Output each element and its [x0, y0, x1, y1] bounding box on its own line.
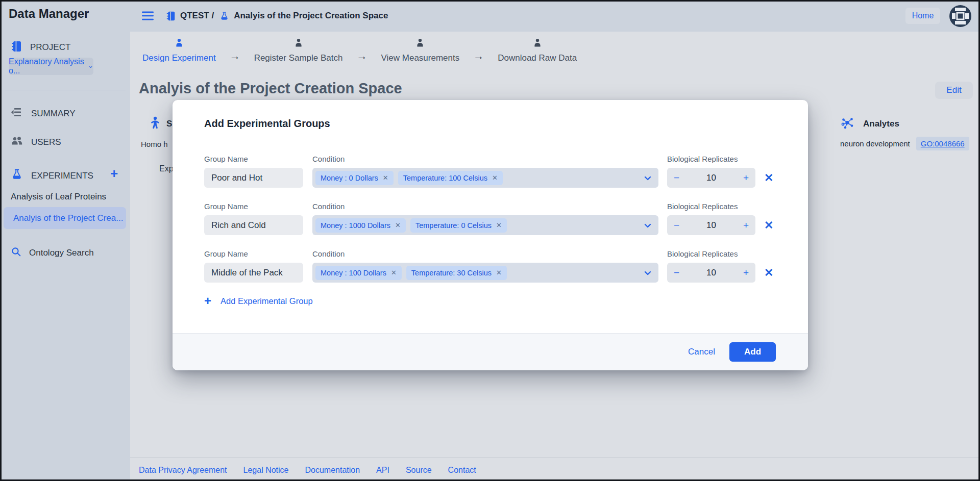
home-button[interactable]: Home	[905, 8, 940, 24]
minus-button[interactable]: −	[674, 172, 679, 184]
chip-close-icon[interactable]: ✕	[496, 221, 502, 229]
go-accession-chip[interactable]: GO:0048666	[916, 137, 969, 150]
chip-close-icon[interactable]: ✕	[391, 269, 397, 276]
arrow-right-icon: →	[473, 50, 484, 63]
group-name-input[interactable]	[204, 263, 303, 283]
group-name-input[interactable]	[204, 168, 303, 188]
breadcrumb-project[interactable]: QTEST /	[180, 11, 214, 21]
sidebar-item-summary[interactable]: SUMMARY	[11, 106, 76, 121]
hamburger-menu-icon[interactable]	[142, 11, 154, 20]
experimental-group-row: Group Name Condition Money : 100 Dollars…	[204, 249, 773, 283]
replicates-value[interactable]: 10	[706, 173, 716, 183]
analytes-title: Analytes	[863, 119, 899, 129]
chip-close-icon[interactable]: ✕	[383, 174, 388, 182]
sidebar-experiment-leaf-proteins[interactable]: Analysis of Leaf Proteins	[11, 192, 106, 202]
sidebar-item-label: USERS	[31, 137, 61, 147]
edit-button[interactable]: Edit	[935, 82, 973, 99]
users-icon	[11, 135, 23, 149]
flask-icon	[219, 11, 229, 21]
sidebar-item-label: SUMMARY	[31, 109, 76, 119]
project-section: PROJECT	[11, 40, 70, 55]
condition-chip[interactable]: Temperature: 0 Celsius✕	[410, 218, 507, 233]
notebook-icon	[166, 11, 176, 21]
person-icon	[293, 38, 304, 51]
step-view-measurements[interactable]: View Measurements	[381, 38, 460, 63]
chip-close-icon[interactable]: ✕	[492, 174, 498, 182]
chevron-down-icon[interactable]	[643, 173, 652, 185]
experiment-section-partial: Exp	[159, 164, 174, 173]
human-icon	[149, 116, 162, 133]
condition-multiselect[interactable]: Money : 0 Dollars✕ Temperature: 100 Cels…	[312, 168, 658, 188]
step-download-raw-data[interactable]: Download Raw Data	[498, 38, 577, 63]
sidebar-item-label: EXPERIMENTS	[31, 171, 93, 181]
arrow-right-icon: →	[230, 50, 240, 63]
project-section-label: PROJECT	[30, 42, 70, 53]
plus-button[interactable]: +	[743, 172, 749, 184]
sidebar: Data Manager PROJECT Explanatory Analysi…	[0, 0, 130, 481]
replicates-stepper: − 10 +	[667, 215, 755, 235]
chevron-down-icon[interactable]	[643, 268, 652, 280]
footer-link-documentation[interactable]: Documentation	[305, 466, 360, 475]
chip-close-icon[interactable]: ✕	[395, 221, 401, 229]
arrow-right-icon: →	[357, 50, 368, 63]
sidebar-divider	[5, 90, 126, 90]
biological-replicates-label: Biological Replicates	[667, 202, 755, 211]
condition-multiselect[interactable]: Money : 1000 Dollars✕ Temperature: 0 Cel…	[312, 215, 658, 235]
condition-chip[interactable]: Money : 1000 Dollars✕	[315, 218, 406, 233]
sidebar-item-ontology-search[interactable]: Ontology Search	[11, 246, 94, 260]
footer-link-legal-notice[interactable]: Legal Notice	[243, 466, 289, 475]
remove-row-button[interactable]: ✕	[764, 215, 773, 235]
plus-icon: +	[204, 295, 211, 307]
footer-link-api[interactable]: API	[376, 466, 389, 475]
condition-multiselect[interactable]: Money : 100 Dollars✕ Temperature: 30 Cel…	[312, 263, 658, 283]
sidebar-item-label: Ontology Search	[29, 248, 94, 258]
condition-label: Condition	[312, 155, 658, 164]
analyte-name: neuron development	[840, 139, 910, 148]
remove-row-button[interactable]: ✕	[764, 263, 773, 283]
biological-replicates-label: Biological Replicates	[667, 155, 755, 164]
footer-link-contact[interactable]: Contact	[448, 466, 476, 475]
condition-label: Condition	[312, 249, 658, 259]
add-experimental-group-link[interactable]: + Add Experimental Group	[204, 295, 313, 307]
add-button[interactable]: Add	[729, 342, 776, 362]
remove-row-button[interactable]: ✕	[764, 168, 773, 188]
replicates-stepper: − 10 +	[667, 168, 755, 188]
avatar[interactable]	[949, 5, 972, 28]
sidebar-experiment-project-creation[interactable]: Analyis of the Project Crea...	[4, 207, 126, 229]
minus-button[interactable]: −	[674, 267, 679, 279]
footer-link-data-privacy[interactable]: Data Privacy Agreement	[139, 466, 227, 475]
chip-close-icon[interactable]: ✕	[496, 269, 502, 276]
search-icon	[11, 246, 21, 260]
go-accession-link[interactable]: GO:0048666	[921, 139, 965, 148]
chevron-down-icon[interactable]	[643, 221, 652, 232]
notebook-icon	[11, 40, 22, 55]
step-register-sample-batch[interactable]: Register Sample Batch	[254, 38, 343, 63]
biological-replicates-label: Biological Replicates	[667, 249, 755, 259]
flask-icon	[11, 168, 23, 183]
app-title: Data Manager	[9, 7, 89, 21]
condition-chip[interactable]: Temperature: 100 Celsius✕	[398, 171, 503, 185]
footer-link-source[interactable]: Source	[406, 466, 432, 475]
condition-chip[interactable]: Money : 100 Dollars✕	[315, 266, 402, 280]
group-name-input[interactable]	[204, 215, 303, 235]
cancel-button[interactable]: Cancel	[688, 347, 715, 357]
replicates-value[interactable]: 10	[706, 268, 716, 278]
plus-button[interactable]: +	[743, 220, 749, 231]
replicates-value[interactable]: 10	[706, 220, 716, 231]
topbar: QTEST / Analyis of the Project Creation …	[130, 0, 980, 32]
sidebar-item-users[interactable]: USERS	[11, 135, 61, 149]
sidebar-item-experiments[interactable]: EXPERIMENTS	[11, 168, 93, 183]
analytes-section-header: Analytes	[840, 116, 899, 132]
modal-footer: Cancel Add	[173, 333, 808, 370]
chevron-down-icon: ⌄	[88, 62, 93, 69]
step-design-experiment[interactable]: Design Experiment	[142, 38, 216, 63]
person-icon	[532, 38, 543, 51]
minus-button[interactable]: −	[674, 220, 679, 231]
condition-chip[interactable]: Money : 0 Dollars✕	[315, 171, 394, 185]
project-selector-dropdown[interactable]: Explanatory Analysis o... ⌄	[9, 58, 93, 75]
plus-button[interactable]: +	[743, 267, 749, 279]
species-section-title-partial: S	[166, 119, 172, 129]
condition-chip[interactable]: Temperature: 30 Celsius✕	[406, 266, 507, 280]
add-experiment-button[interactable]: +	[110, 167, 118, 180]
replicates-stepper: − 10 +	[667, 263, 755, 283]
